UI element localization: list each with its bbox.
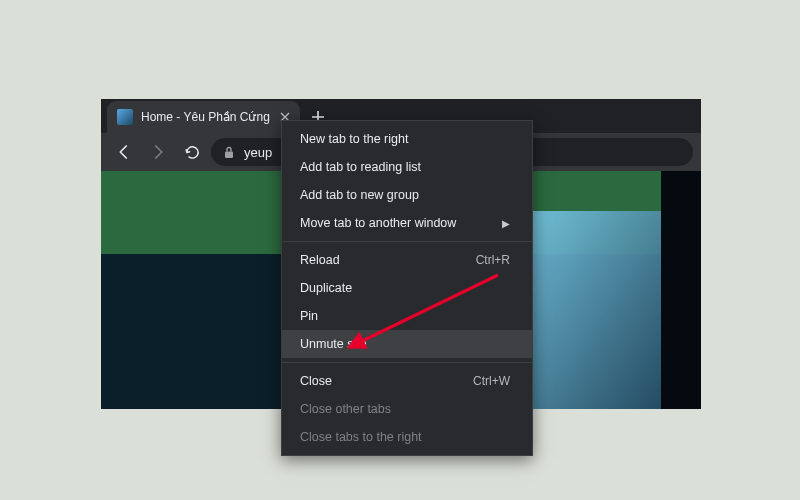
background-graphic (661, 171, 701, 409)
menu-new-tab-right[interactable]: New tab to the right (282, 125, 532, 153)
url-text: yeup (244, 145, 272, 160)
menu-add-new-group[interactable]: Add tab to new group (282, 181, 532, 209)
menu-item-label: Reload (300, 253, 340, 267)
back-button[interactable] (109, 137, 139, 167)
menu-unmute-site[interactable]: Unmute site (282, 330, 532, 358)
menu-add-reading-list[interactable]: Add tab to reading list (282, 153, 532, 181)
menu-item-label: Pin (300, 309, 318, 323)
browser-tab[interactable]: Home - Yêu Phần Cứng (107, 101, 300, 133)
menu-item-label: Close tabs to the right (300, 430, 422, 444)
svg-rect-0 (225, 151, 233, 158)
submenu-arrow-icon: ▶ (502, 218, 510, 229)
menu-item-label: Close (300, 374, 332, 388)
tab-title: Home - Yêu Phần Cứng (141, 110, 270, 124)
menu-shortcut: Ctrl+W (473, 374, 510, 388)
menu-separator (282, 241, 532, 242)
menu-move-tab[interactable]: Move tab to another window ▶ (282, 209, 532, 237)
menu-item-label: Close other tabs (300, 402, 391, 416)
reload-button[interactable] (177, 137, 207, 167)
menu-item-label: Move tab to another window (300, 216, 456, 230)
menu-close-other[interactable]: Close other tabs (282, 395, 532, 423)
menu-item-label: Add tab to new group (300, 188, 419, 202)
menu-separator (282, 362, 532, 363)
menu-close-right[interactable]: Close tabs to the right (282, 423, 532, 451)
menu-duplicate[interactable]: Duplicate (282, 274, 532, 302)
lock-icon (223, 146, 235, 159)
favicon-icon (117, 109, 133, 125)
forward-button[interactable] (143, 137, 173, 167)
menu-pin[interactable]: Pin (282, 302, 532, 330)
menu-item-label: Add tab to reading list (300, 160, 421, 174)
menu-item-label: New tab to the right (300, 132, 408, 146)
tab-context-menu: New tab to the right Add tab to reading … (281, 120, 533, 456)
menu-close[interactable]: Close Ctrl+W (282, 367, 532, 395)
menu-item-label: Duplicate (300, 281, 352, 295)
menu-reload[interactable]: Reload Ctrl+R (282, 246, 532, 274)
menu-shortcut: Ctrl+R (476, 253, 510, 267)
menu-item-label: Unmute site (300, 337, 367, 351)
